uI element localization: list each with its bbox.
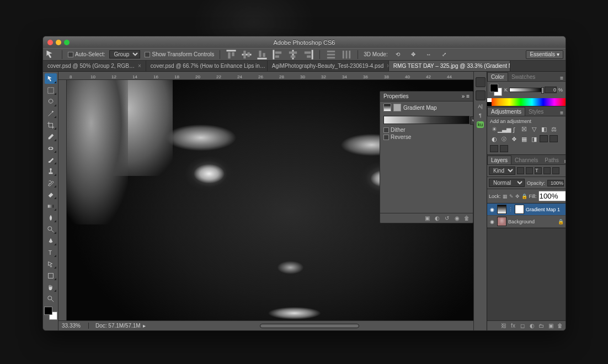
tab-swatches[interactable]: Swatches [508,73,538,81]
preset-icon-3[interactable] [490,145,498,152]
k-slider[interactable] [509,88,543,92]
gradient-dropdown-icon[interactable]: ▾ [470,116,473,125]
tab-close-icon[interactable]: × [138,63,141,69]
link-layers-icon[interactable]: ⛓ [500,323,507,329]
doc-tab-2[interactable]: AgiMPhotography-Beauty_Test-230619-4.psd… [268,61,389,71]
prev-state-icon[interactable]: ◐ [433,215,441,222]
type-tool[interactable]: T [45,247,57,258]
panel-menu-icon[interactable] [466,93,470,99]
doc-tab-3[interactable]: RMG TEST DAY – 325.jpg @ 33.3% (Gradient… [389,61,510,71]
filter-pixel-icon[interactable] [517,167,524,174]
align-top-icon[interactable] [226,50,237,60]
show-transform-checkbox[interactable]: Show Transform Controls [145,51,214,57]
exposure-icon[interactable]: ☒ [520,125,528,133]
auto-select-checkbox[interactable]: Auto-Select: [68,51,105,57]
dodge-tool[interactable] [45,224,57,234]
filter-adjust-icon[interactable] [526,167,533,174]
lasso-tool[interactable] [45,97,57,107]
k-value[interactable] [545,87,557,93]
history-brush-tool[interactable] [45,178,57,188]
new-layer-icon[interactable]: ▣ [547,323,554,329]
crop-tool[interactable] [45,120,57,130]
paragraph-icon[interactable]: ¶ [479,113,482,118]
color-balance-icon[interactable]: ⚖ [550,125,558,133]
ruler-horizontal[interactable]: 8101214161820222426283032343638404244 [58,72,473,80]
preset-icon-2[interactable] [550,135,558,142]
wand-tool[interactable] [45,108,57,119]
canvas[interactable]: Properties » Gradient Map ▾ Dither Rever… [67,80,473,320]
align-hcenter-icon[interactable] [287,50,298,60]
zoom-tool[interactable] [45,293,57,304]
trash-icon[interactable]: 🗑 [463,215,471,222]
dither-checkbox[interactable]: Dither [380,126,473,133]
filter-type-icon[interactable]: T [535,167,542,174]
path-select-tool[interactable] [45,259,57,269]
spectrum-ramp[interactable] [487,98,566,106]
layer-name[interactable]: Background [508,219,535,224]
history-icon[interactable] [476,77,486,87]
align-right-icon[interactable] [303,50,314,60]
marquee-tool[interactable] [45,85,57,95]
tab-styles[interactable]: Styles [525,108,547,116]
mode-3d-rotate-icon[interactable]: ⟲ [392,50,403,60]
character-icon[interactable]: A| [478,104,482,109]
color-swatches[interactable] [44,307,57,320]
ruler-vertical[interactable] [58,80,67,320]
hue-sat-icon[interactable]: ◧ [540,125,548,133]
workspace-switcher[interactable]: Essentials▾ [526,50,563,59]
blur-tool[interactable] [45,212,57,223]
tab-color[interactable]: Color [487,72,508,81]
visibility-icon[interactable]: ◉ [489,206,495,213]
layer-filter-kind[interactable]: Kind [489,167,515,175]
color-lookup-icon[interactable]: ▦ [520,135,528,143]
bw-icon[interactable]: ◐ [490,135,498,143]
visibility-icon[interactable]: ◉ [453,215,461,222]
align-left-icon[interactable] [272,50,283,60]
lock-all-icon[interactable]: 🔒 [521,193,527,200]
kuler-icon[interactable]: ku [477,121,484,128]
preset-icon-1[interactable] [540,135,548,142]
hand-tool[interactable] [45,282,57,292]
healing-tool[interactable] [45,143,57,153]
mode-3d-scale-icon[interactable]: ⤢ [439,50,450,60]
stamp-tool[interactable] [45,166,57,176]
vibrance-icon[interactable]: ▽ [530,125,538,133]
photo-filter-icon[interactable]: ⦾ [500,135,508,143]
channel-mixer-icon[interactable]: ❖ [510,135,518,143]
opacity-value[interactable] [547,180,564,186]
layer-name[interactable]: Gradient Map 1 [526,207,560,212]
panel-menu-icon[interactable] [562,158,566,164]
mode-3d-pan-icon[interactable]: ✥ [408,50,419,60]
fill-value[interactable] [538,191,566,201]
properties-panel[interactable]: Properties » Gradient Map ▾ Dither Rever… [380,91,473,223]
preset-icon-4[interactable] [500,145,508,152]
lock-pixel-icon[interactable]: ✎ [509,193,514,200]
doc-tab-1[interactable]: cover.psd @ 66.7% (How to Enhance Lips i… [146,61,268,71]
distribute-icon-1[interactable] [326,50,337,60]
new-adjustment-icon[interactable]: ◐ [529,323,535,329]
doc-tab-0[interactable]: cover.psd @ 50% (Group 2, RGB…× [43,61,146,71]
tab-layers[interactable]: Layers [487,156,511,164]
gradient-tool[interactable] [45,201,57,211]
tab-adjustments[interactable]: Adjustments [487,107,525,116]
layer-style-icon[interactable]: fx [510,323,516,329]
doc-size[interactable]: Doc: 57.1M/57.1M [89,323,141,329]
align-vcenter-icon[interactable] [241,50,252,60]
tab-paths[interactable]: Paths [541,156,562,164]
move-tool[interactable] [45,73,57,84]
mask-thumb[interactable] [515,205,524,214]
color-swatches-mini[interactable] [490,84,502,96]
eyedropper-tool[interactable] [45,131,57,142]
hscrollbar[interactable] [146,324,473,328]
align-bottom-icon[interactable] [257,50,268,60]
brush-tool[interactable] [45,154,57,165]
lock-pos-icon[interactable]: ✥ [515,193,520,200]
layer-gradient-map[interactable]: ◉ ⋮ Gradient Map 1 [487,204,566,216]
levels-icon[interactable]: ▁▃▅ [500,125,508,133]
clip-layer-icon[interactable]: ▣ [423,215,431,222]
mode-3d-slide-icon[interactable]: ↔ [423,50,434,60]
actions-icon[interactable] [476,90,486,100]
layer-mask-icon[interactable]: ◻ [519,323,526,329]
curves-icon[interactable]: ∫ [510,125,518,133]
auto-select-kind[interactable]: Group [109,50,140,58]
